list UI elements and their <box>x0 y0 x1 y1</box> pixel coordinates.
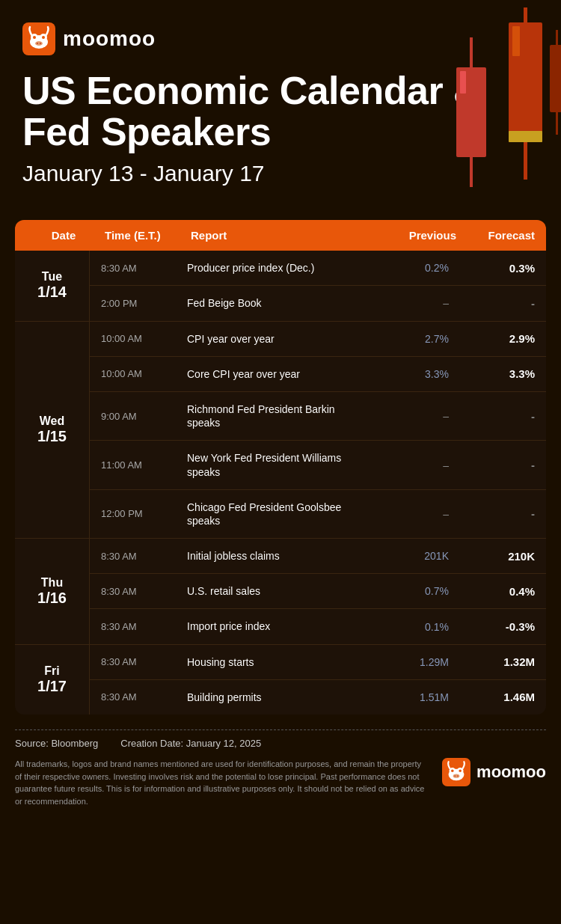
day-date-wed: 1/15 <box>37 428 67 445</box>
footer-disclaimer-area: All trademarks, logos and brand names me… <box>15 758 546 822</box>
svg-point-28 <box>454 775 456 777</box>
table-row: 8:30 AM Housing starts 1.29M 1.32M <box>90 645 546 680</box>
table-row: 8:30 AM Initial jobless claims 201K 210K <box>90 539 546 574</box>
day-date-fri: 1/17 <box>37 678 67 695</box>
svg-point-25 <box>451 770 453 772</box>
events-fri: 8:30 AM Housing starts 1.29M 1.32M 8:30 … <box>90 645 546 715</box>
table-row: 10:00 AM CPI year over year 2.7% 2.9% <box>90 322 546 357</box>
event-forecast: 1.46M <box>460 691 535 703</box>
svg-point-29 <box>457 775 459 777</box>
event-previous: 201K <box>374 550 456 562</box>
events-wed: 10:00 AM CPI year over year 2.7% 2.9% 10… <box>90 322 546 539</box>
day-section-tue: Tue 1/14 8:30 AM Producer price index (D… <box>15 251 546 320</box>
svg-rect-6 <box>524 142 527 180</box>
event-previous: 0.7% <box>374 585 456 597</box>
day-name-thu: Thu <box>41 576 63 590</box>
creation-date: Creation Date: January 12, 2025 <box>120 738 261 749</box>
event-time: 8:30 AM <box>101 263 183 274</box>
brand-name: moomoo <box>63 27 156 51</box>
day-date-thu: 1/16 <box>37 590 67 607</box>
svg-rect-7 <box>512 26 520 56</box>
table-row: 8:30 AM Producer price index (Dec.) 0.2%… <box>90 251 546 286</box>
table-row: 11:00 AM New York Fed President Williams… <box>90 441 546 489</box>
event-forecast: 210K <box>460 550 535 563</box>
event-report: New York Fed President Williams speaks <box>187 451 370 478</box>
svg-point-19 <box>37 43 38 44</box>
events-thu: 8:30 AM Initial jobless claims 201K 210K… <box>90 539 546 644</box>
moomoo-logo-icon <box>22 22 55 55</box>
event-report: Richmond Fed President Barkin speaks <box>187 403 370 429</box>
day-name-wed: Wed <box>40 414 64 428</box>
event-time: 8:30 AM <box>101 656 183 667</box>
event-forecast: 3.3% <box>460 367 535 380</box>
svg-point-20 <box>40 43 41 44</box>
footer-logo: moomoo <box>442 758 546 786</box>
event-forecast: -0.3% <box>460 620 535 633</box>
event-report: Import price index <box>187 619 370 633</box>
table-header: Date Time (E.T.) Report Previous Forecas… <box>15 220 546 251</box>
event-report: Fed Beige Book <box>187 296 370 310</box>
disclaimer-text: All trademarks, logos and brand names me… <box>15 758 427 807</box>
day-section-thu: Thu 1/16 8:30 AM Initial jobless claims … <box>15 538 546 644</box>
day-name-tue: Tue <box>42 270 62 284</box>
event-forecast: - <box>460 410 535 423</box>
event-previous: – <box>374 508 456 520</box>
event-previous: 2.7% <box>374 333 456 345</box>
event-previous: 0.2% <box>374 262 456 274</box>
events-tue: 8:30 AM Producer price index (Dec.) 0.2%… <box>90 251 546 320</box>
event-previous: 3.3% <box>374 368 456 380</box>
col-header-date: Date <box>26 229 101 242</box>
svg-rect-1 <box>470 37 473 71</box>
date-cell-tue: Tue 1/14 <box>15 251 90 320</box>
table-row: 12:00 PM Chicago Fed President Goolsbee … <box>90 490 546 538</box>
event-time: 9:00 AM <box>101 411 183 422</box>
col-header-previous: Previous <box>374 229 456 242</box>
event-report: Chicago Fed President Goolsbee speaks <box>187 501 370 527</box>
day-section-wed: Wed 1/15 10:00 AM CPI year over year 2.7… <box>15 321 546 539</box>
page-footer: Source: Bloomberg Creation Date: January… <box>15 729 546 822</box>
event-report: Initial jobless claims <box>187 549 370 563</box>
event-report: Building permits <box>187 691 370 704</box>
event-report: U.S. retail sales <box>187 584 370 598</box>
event-previous: – <box>374 459 456 471</box>
footer-source-area: Source: Bloomberg Creation Date: January… <box>15 738 546 749</box>
event-time: 8:30 AM <box>101 586 183 597</box>
source-label: Source: Bloomberg <box>15 738 98 749</box>
table-row: 8:30 AM Import price index 0.1% -0.3% <box>90 609 546 643</box>
event-time: 10:00 AM <box>101 368 183 379</box>
footer-logo-icon <box>442 758 470 786</box>
col-header-forecast: Forecast <box>460 229 535 242</box>
event-forecast: - <box>460 507 535 520</box>
day-date-tue: 1/14 <box>37 284 67 301</box>
event-forecast: - <box>460 459 535 471</box>
event-previous: – <box>374 410 456 422</box>
event-time: 8:30 AM <box>101 691 183 703</box>
event-time: 11:00 AM <box>101 459 183 471</box>
day-name-fri: Fri <box>44 664 59 678</box>
event-report: CPI year over year <box>187 332 370 346</box>
event-time: 2:00 PM <box>101 298 183 309</box>
event-forecast: 1.32M <box>460 655 535 668</box>
event-forecast: 2.9% <box>460 332 535 345</box>
table-row: 9:00 AM Richmond Fed President Barkin sp… <box>90 392 546 441</box>
event-previous: 0.1% <box>374 621 456 633</box>
svg-rect-8 <box>509 131 542 142</box>
col-header-report: Report <box>191 229 370 242</box>
svg-point-17 <box>42 36 45 39</box>
table-row: 10:00 AM Core CPI year over year 3.3% 3.… <box>90 357 546 392</box>
day-section-fri: Fri 1/17 8:30 AM Housing starts 1.29M 1.… <box>15 644 546 715</box>
svg-point-16 <box>33 36 36 39</box>
svg-point-18 <box>35 41 43 46</box>
event-previous: – <box>374 297 456 309</box>
event-previous: 1.51M <box>374 691 456 703</box>
date-cell-wed: Wed 1/15 <box>15 322 90 539</box>
event-time: 8:30 AM <box>101 551 183 562</box>
event-forecast: - <box>460 297 535 310</box>
date-cell-fri: Fri 1/17 <box>15 645 90 715</box>
table-body: Tue 1/14 8:30 AM Producer price index (D… <box>15 251 546 715</box>
col-header-time: Time (E.T.) <box>105 229 187 242</box>
date-cell-thu: Thu 1/16 <box>15 539 90 644</box>
svg-rect-3 <box>460 71 466 94</box>
candles-decoration <box>434 7 561 224</box>
event-report: Producer price index (Dec.) <box>187 261 370 275</box>
